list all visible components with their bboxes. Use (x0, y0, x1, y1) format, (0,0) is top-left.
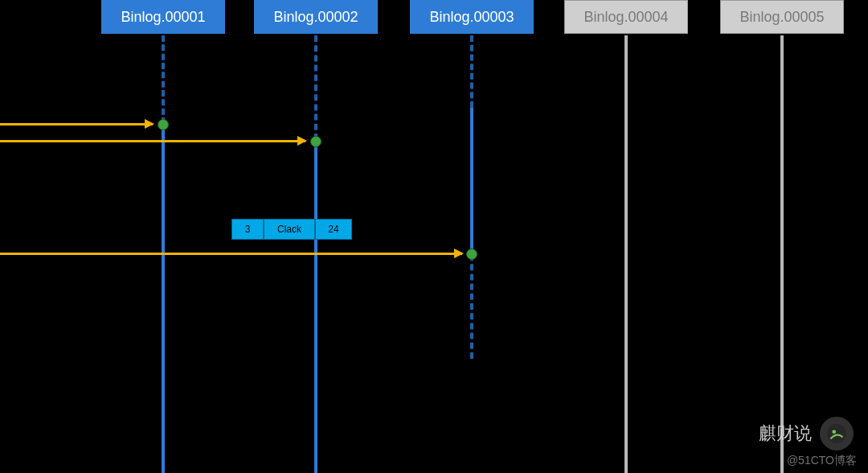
lane-header-5: Binlog.00005 (720, 0, 844, 34)
record-cell-name: Clack (264, 219, 315, 240)
lifeline-1-dashed (162, 35, 165, 124)
lifeline-2-solid (314, 140, 317, 473)
lane-header-2: Binlog.00002 (254, 0, 378, 34)
event-marker-1 (158, 119, 169, 130)
lifeline-3-dashed-bot (470, 254, 473, 359)
lifeline-5 (780, 35, 784, 473)
watermark-source: @51CTO博客 (787, 454, 857, 468)
lifeline-1-solid (162, 124, 165, 473)
lifeline-3-dashed-top (470, 35, 473, 108)
watermark-logo-icon (820, 417, 854, 450)
record-cell-id: 3 (231, 219, 264, 240)
event-marker-3 (466, 249, 477, 260)
lifeline-3-solid (470, 108, 473, 254)
svg-point-1 (832, 430, 836, 434)
lane-header-1: Binlog.00001 (101, 0, 225, 34)
event-marker-2 (310, 136, 321, 147)
lane-header-3: Binlog.00003 (410, 0, 534, 34)
event-arrow-2 (0, 140, 305, 142)
event-arrow-3 (0, 253, 462, 255)
svg-point-0 (827, 424, 846, 443)
lifeline-2-dashed (314, 35, 317, 140)
log-record: 3 Clack 24 (231, 219, 352, 240)
event-arrow-1 (0, 123, 153, 125)
lane-header-4: Binlog.00004 (564, 0, 688, 34)
watermark-brand: 麒财说 (759, 422, 812, 446)
record-cell-val: 24 (315, 219, 352, 240)
lifeline-4 (624, 35, 628, 473)
